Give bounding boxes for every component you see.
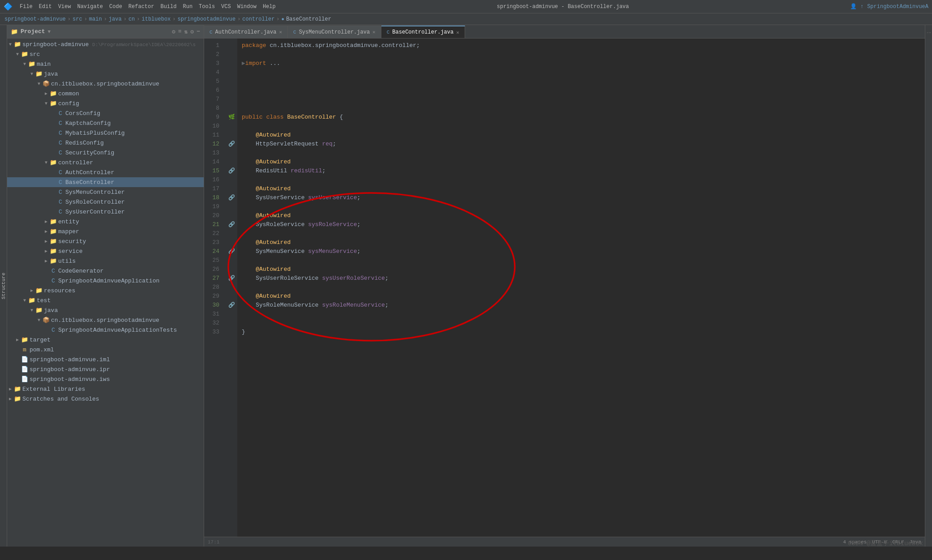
line-num-23: 23 [204, 238, 223, 247]
menu-run[interactable]: Run [183, 4, 192, 10]
menu-code[interactable]: Code [109, 4, 122, 10]
breadcrumb-springbootadminvue[interactable]: springbootadminvue [178, 16, 236, 22]
tree-item-iws[interactable]: 📄 springboot-adminvue.iws [7, 374, 204, 384]
line-num-27: 27 [204, 274, 223, 283]
tree-item-ipr[interactable]: 📄 springboot-adminvue.ipr [7, 364, 204, 374]
tree-item-test-package[interactable]: ▼ 📦 cn.itbluebox.springbootadminvue [7, 315, 204, 325]
tree-label: CodeGenerator [58, 268, 103, 274]
tree-item-securityconfig[interactable]: C SecurityConfig [7, 148, 204, 158]
tree-item-controller[interactable]: ▼ 📁 controller [7, 158, 204, 167]
xml-icon: m [21, 346, 29, 353]
tree-label: java [44, 71, 58, 77]
project-expand-icon[interactable]: ⇅ [184, 28, 188, 35]
tree-label: resources [44, 287, 75, 294]
code-line-13 [242, 149, 920, 158]
tree-item-apptests[interactable]: C SpringbootAdminvueApplicationTests [7, 325, 204, 335]
code-line-16 [242, 175, 920, 184]
tree-item-main[interactable]: ▼ 📁 main [7, 59, 204, 69]
tree-item-test[interactable]: ▼ 📁 test [7, 295, 204, 305]
gutter-23 [226, 238, 237, 247]
gutter-12: 🔗 [226, 140, 237, 149]
menu-file[interactable]: File [20, 4, 33, 10]
tree-item-service[interactable]: ▶ 📁 service [7, 246, 204, 256]
project-settings-icon[interactable]: ⚙ [172, 28, 175, 35]
menu-refactor[interactable]: Refactor [128, 4, 154, 10]
tree-item-authcontroller[interactable]: C AuthController [7, 167, 204, 177]
tab-label: AuthController.java [215, 29, 277, 35]
menu-build[interactable]: Build [160, 4, 176, 10]
menu-edit[interactable]: Edit [39, 4, 52, 10]
tree-item-test-java[interactable]: ▼ 📁 java [7, 305, 204, 315]
breadcrumb-cn[interactable]: cn [128, 16, 135, 22]
tree-item-pom[interactable]: m pom.xml [7, 345, 204, 355]
tree-item-mybatisplusconfig[interactable]: C MybatisPlusConfig [7, 128, 204, 138]
menu-help[interactable]: Help [263, 4, 276, 10]
tree-label: cn.itbluebox.springbootadminvue [51, 317, 159, 324]
tree-item-root[interactable]: ▼ 📁 springboot-adminvue D:\ProgramWorkSp… [7, 39, 204, 49]
arrow-icon: ▶ [43, 258, 49, 264]
code-content[interactable]: package cn.itbluebox.springbootadminvue.… [237, 38, 925, 537]
tree-item-iml[interactable]: 📄 springboot-adminvue.iml [7, 355, 204, 364]
tab-close-icon[interactable]: ✕ [372, 29, 376, 35]
code-editor[interactable]: 1 2 3 4 5 6 7 8 9 10 11 12 13 14 15 16 1… [204, 38, 925, 537]
tree-item-package[interactable]: ▼ 📦 cn.itbluebox.springbootadminvue [7, 79, 204, 89]
line-num-8: 8 [204, 104, 223, 113]
tree-item-entity[interactable]: ▶ 📁 entity [7, 217, 204, 227]
tree-item-sysusercontroller[interactable]: C SysUserController [7, 207, 204, 217]
tab-label: SysMenuController.java [299, 29, 370, 35]
tree-item-kaptchaconfig[interactable]: C KaptchaConfig [7, 118, 204, 128]
menu-navigate[interactable]: Navigate [77, 4, 103, 10]
breadcrumb-controller[interactable]: controller [242, 16, 274, 22]
tree-item-codegenerator[interactable]: C CodeGenerator [7, 266, 204, 276]
breadcrumb-main[interactable]: main [89, 16, 102, 22]
line-num-28: 28 [204, 283, 223, 292]
tree-item-utils[interactable]: ▶ 📁 utils [7, 256, 204, 266]
breadcrumb-basecontroller[interactable]: BaseController [286, 16, 331, 22]
tree-item-scratches[interactable]: ▶ 📁 Scratches and Consoles [7, 394, 204, 404]
tree-item-mapper[interactable]: ▶ 📁 mapper [7, 227, 204, 236]
package-icon: 📦 [42, 316, 50, 324]
tree-item-target[interactable]: ▶ 📁 target [7, 335, 204, 345]
arrow-icon: ▶ [43, 248, 49, 254]
tree-item-external-libraries[interactable]: ▶ 📁 External Libraries [7, 384, 204, 394]
tab-authcontroller[interactable]: C AuthController.java ✕ [204, 26, 288, 38]
tab-basecontroller[interactable]: C BaseController.java ✕ [381, 26, 465, 38]
tree-item-basecontroller[interactable]: C BaseController [7, 177, 204, 187]
tree-label: common [58, 90, 79, 97]
gutter-16 [226, 175, 237, 184]
breadcrumb-java[interactable]: java [109, 16, 122, 22]
project-gear-icon[interactable]: ⚙ [190, 28, 194, 35]
tree-item-sysmenucontroller[interactable]: C SysMenuController [7, 187, 204, 197]
menu-view[interactable]: View [58, 4, 71, 10]
tree-item-springbootadminvueapp[interactable]: C SpringbootAdminvueApplication [7, 276, 204, 286]
tree-item-resources[interactable]: ▶ 📁 resources [7, 286, 204, 295]
code-line-5 [242, 77, 920, 86]
breadcrumb-itbluebox[interactable]: itbluebox [141, 16, 171, 22]
menu-vcs[interactable]: VCS [221, 4, 231, 10]
tree-item-corsconfig[interactable]: C CorsConfig [7, 108, 204, 118]
breadcrumb-root[interactable]: springboot-adminvue [4, 16, 66, 22]
line-num-33: 33 [204, 328, 223, 337]
structure-tab[interactable]: Structure [1, 273, 6, 299]
tree-label: CorsConfig [65, 110, 100, 117]
tab-sysmenucontroller[interactable]: C SysMenuController.java ✕ [288, 26, 381, 38]
tab-close-icon[interactable]: ✕ [279, 29, 282, 35]
project-close-icon[interactable]: − [197, 28, 200, 35]
menu-tools[interactable]: Tools [199, 4, 215, 10]
folder-icon: 📁 [35, 70, 43, 77]
breadcrumb-src[interactable]: src [73, 16, 82, 22]
tree-item-security[interactable]: ▶ 📁 security [7, 236, 204, 246]
tree-item-java[interactable]: ▼ 📁 java [7, 69, 204, 79]
project-collapse-icon[interactable]: ≡ [178, 28, 182, 35]
tab-close-icon[interactable]: ✕ [456, 30, 459, 35]
tree-item-common[interactable]: ▶ 📁 common [7, 89, 204, 98]
tree-item-config[interactable]: ▼ 📁 config [7, 98, 204, 108]
menu-window[interactable]: Window [237, 4, 257, 10]
status-message: 17:1 [208, 539, 219, 545]
tree-item-sysrolecontroller[interactable]: C SysRoleController [7, 197, 204, 207]
folder-icon: 📁 [49, 257, 57, 265]
tree-item-redisconfig[interactable]: C RedisConfig [7, 138, 204, 148]
gutter-33 [226, 328, 237, 337]
tree-item-src[interactable]: ▼ 📁 src [7, 49, 204, 59]
tree-label: Scratches and Consoles [22, 396, 99, 402]
